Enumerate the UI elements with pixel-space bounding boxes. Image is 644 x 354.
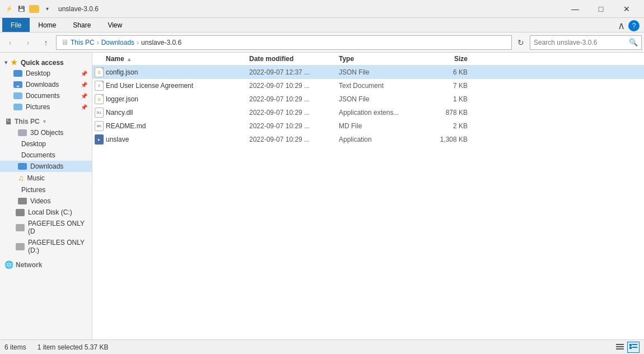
computer-icon: 🖥	[4, 117, 12, 126]
sidebar-item-pagefiles-d[interactable]: PAGEFILES ONLY (D	[0, 218, 92, 237]
file-icon: MD	[92, 121, 106, 131]
svg-rect-6	[632, 347, 637, 348]
window-controls: — □ ✕	[562, 0, 640, 18]
network-label: Network	[16, 261, 42, 269]
file-name: Nancy.dll	[106, 109, 249, 117]
minimize-button[interactable]: —	[562, 0, 588, 18]
tab-home[interactable]: Home	[30, 18, 64, 32]
sidebar-item-local-disk[interactable]: Local Disk (C:)	[0, 207, 92, 218]
file-icon: {}	[92, 94, 106, 104]
svg-rect-0	[616, 344, 624, 345]
close-button[interactable]: ✕	[614, 0, 640, 18]
file-size: 6 KB	[423, 68, 479, 76]
back-button[interactable]: ‹	[2, 35, 18, 50]
table-row[interactable]: {} logger.json 2022-09-07 10:29 ... JSON…	[92, 92, 644, 106]
forward-button[interactable]: ›	[20, 35, 36, 50]
sidebar-item-downloads-quick[interactable]: Downloads 📌	[0, 79, 92, 90]
table-row[interactable]: ≡ End User License Agreement 2022-09-07 …	[92, 79, 644, 92]
file-icon: ≡	[92, 81, 106, 91]
sidebar-this-pc[interactable]: 🖥 This PC ▾	[0, 113, 92, 127]
search-box: 🔍	[530, 35, 642, 50]
title-bar-icons: ⚡ 💾 ▾	[4, 4, 52, 13]
title-bar: ⚡ 💾 ▾ unslave-3.0.6 — □ ✕	[0, 0, 644, 18]
table-row[interactable]: {} config.json 2022-09-07 12:37 ... JSON…	[92, 66, 644, 79]
sidebar-item-documents-quick[interactable]: Documents 📌	[0, 90, 92, 101]
breadcrumb-thispc[interactable]: This PC	[71, 39, 95, 46]
table-row[interactable]: ▶ unslave 2022-09-07 10:29 ... Applicati…	[92, 133, 644, 146]
search-input[interactable]	[534, 39, 629, 46]
sidebar-item-label: Documents	[26, 92, 60, 100]
file-name: End User License Agreement	[106, 82, 249, 90]
status-bar: 6 items 1 item selected 5.37 KB	[0, 339, 644, 354]
file-list: Name ▲ Date modified Type Size {} config…	[92, 53, 644, 339]
col-type-header[interactable]: Type	[339, 55, 423, 63]
file-list-header: Name ▲ Date modified Type Size	[92, 53, 644, 66]
sidebar-item-desktop[interactable]: Desktop	[0, 138, 92, 150]
sidebar-quick-access[interactable]: ▾ ★ Quick access	[0, 55, 92, 68]
col-size-header[interactable]: Size	[423, 55, 479, 63]
quick-access-label: Quick access	[21, 59, 64, 67]
svg-rect-4	[632, 344, 637, 345]
col-date-header[interactable]: Date modified	[249, 55, 339, 63]
dropdown-icon[interactable]: ▾	[43, 4, 52, 13]
file-date: 2022-09-07 10:29 ...	[249, 95, 339, 103]
sidebar-item-label: Downloads	[30, 162, 63, 170]
sidebar-item-label: PAGEFILES ONLY (D:)	[28, 239, 87, 254]
tab-share[interactable]: Share	[64, 18, 99, 32]
downloads-icon	[18, 163, 27, 170]
sidebar-item-3dobjects[interactable]: 3D Objects	[0, 127, 92, 138]
save-icon: 💾	[17, 4, 26, 13]
file-date: 2022-09-07 10:29 ...	[249, 82, 339, 90]
table-row[interactable]: DLL Nancy.dll 2022-09-07 10:29 ... Appli…	[92, 106, 644, 119]
svg-rect-1	[616, 346, 624, 347]
file-type: MD File	[339, 122, 423, 130]
file-name: README.md	[106, 122, 249, 130]
this-pc-label: This PC	[15, 118, 40, 125]
sidebar-item-pagefiles-d2[interactable]: PAGEFILES ONLY (D:)	[0, 237, 92, 256]
tab-file[interactable]: File	[2, 18, 30, 32]
svg-rect-2	[616, 348, 624, 350]
search-icon: 🔍	[629, 38, 638, 46]
sidebar-item-pictures-quick[interactable]: Pictures 📌	[0, 101, 92, 113]
up-button[interactable]: ↑	[38, 35, 54, 50]
window-title: unslave-3.0.6	[58, 5, 99, 13]
table-row[interactable]: MD README.md 2022-09-07 10:29 ... MD Fil…	[92, 119, 644, 133]
breadcrumb: 🖥 This PC › Downloads › unslave-3.0.6	[56, 35, 512, 50]
file-date: 2022-09-07 12:37 ...	[249, 68, 339, 76]
ribbon: File Home Share View ∧ ?	[0, 18, 644, 32]
file-size: 2 KB	[423, 122, 479, 130]
pc-icon: 🖥	[61, 38, 68, 46]
sidebar-item-label: 3D Objects	[30, 129, 63, 137]
sidebar-item-pictures[interactable]: Pictures	[0, 184, 92, 195]
sidebar-item-desktop-quick[interactable]: Desktop 📌	[0, 68, 92, 79]
sidebar-item-label: Pictures	[26, 103, 50, 111]
sidebar-network[interactable]: 🌐 Network	[0, 256, 92, 270]
sidebar-item-label: Desktop	[26, 69, 50, 77]
col-name-header[interactable]: Name ▲	[92, 55, 249, 63]
maximize-button[interactable]: □	[588, 0, 614, 18]
list-view-button[interactable]	[614, 342, 626, 353]
help-button[interactable]: ?	[628, 20, 640, 31]
quick-access-icon: ★	[11, 58, 17, 67]
sidebar-item-downloads[interactable]: Downloads	[0, 161, 92, 172]
refresh-button[interactable]: ↻	[514, 35, 528, 50]
tab-view[interactable]: View	[99, 18, 130, 32]
file-name: unslave	[106, 136, 249, 143]
sidebar-item-label: Desktop	[21, 140, 46, 148]
list-view-icon	[616, 344, 624, 351]
ribbon-collapse-button[interactable]: ∧	[618, 20, 625, 32]
quick-access-icon: ⚡	[4, 4, 13, 13]
sidebar-item-music[interactable]: ♫ Music	[0, 172, 92, 184]
breadcrumb-downloads[interactable]: Downloads	[101, 39, 134, 46]
file-date: 2022-09-07 10:29 ...	[249, 109, 339, 117]
drive-d-icon	[16, 224, 25, 231]
download-folder-icon	[13, 81, 22, 88]
file-size: 1,308 KB	[423, 136, 479, 143]
sidebar-item-label: Local Disk (C:)	[28, 208, 72, 216]
sidebar-item-videos[interactable]: Videos	[0, 195, 92, 207]
sidebar-item-label: PAGEFILES ONLY (D	[28, 220, 87, 235]
folder-icon	[13, 104, 22, 110]
folder-icon	[13, 92, 22, 99]
sidebar-item-documents[interactable]: Documents	[0, 150, 92, 161]
details-view-button[interactable]	[627, 342, 640, 353]
